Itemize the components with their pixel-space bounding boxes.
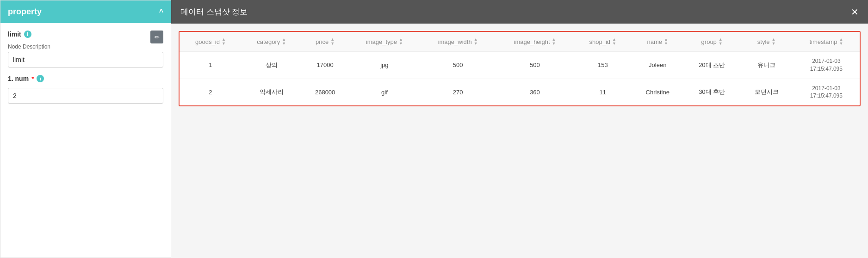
col-label-image_height: image_height	[514, 38, 550, 45]
cell-image_type: jpg	[349, 52, 421, 79]
edit-icon: ✏	[155, 34, 160, 41]
num-info-icon[interactable]: i	[37, 75, 44, 82]
cell-image_height: 500	[496, 52, 574, 79]
cell-shop_id: 153	[574, 52, 632, 79]
limit-section-header: limit i ✏	[8, 31, 163, 43]
table-row: 2악세사리268000gif27036011Christine30대 후반모던시…	[180, 79, 860, 105]
table-header-row: goods_id ▲▼ category ▲▼ price ▲▼ image_t…	[180, 32, 860, 52]
cell-image_height: 360	[496, 79, 574, 105]
num-input[interactable]	[8, 88, 163, 104]
cell-name: Joleen	[632, 52, 684, 79]
cell-goods_id: 2	[180, 79, 242, 105]
col-label-style: style	[757, 38, 770, 45]
node-desc-label: Node Description	[8, 43, 163, 50]
cell-category: 상의	[242, 52, 302, 79]
sort-icon-category: ▲▼	[282, 37, 286, 46]
right-panel: 데이터 스냅샷 정보 ✕ goods_id ▲▼ category ▲▼ pri…	[171, 0, 868, 258]
cell-style: 모던시크	[740, 79, 793, 105]
cell-name: Christine	[632, 79, 684, 105]
col-label-image_width: image_width	[438, 38, 472, 45]
sort-icon-image_height: ▲▼	[552, 37, 556, 46]
edit-icon-button[interactable]: ✏	[150, 31, 163, 43]
cell-timestamp: 2017-01-0317:15:47.095	[793, 52, 860, 79]
col-header-goods_id[interactable]: goods_id ▲▼	[180, 32, 242, 52]
cell-style: 유니크	[740, 52, 793, 79]
num-label: 1. num	[8, 75, 29, 82]
cell-category: 악세사리	[242, 79, 302, 105]
limit-info-icon[interactable]: i	[24, 31, 31, 38]
col-header-image_width[interactable]: image_width ▲▼	[420, 32, 496, 52]
col-header-shop_id[interactable]: shop_id ▲▼	[574, 32, 632, 52]
sort-icon-image_type: ▲▼	[399, 37, 403, 46]
col-header-style[interactable]: style ▲▼	[740, 32, 793, 52]
sort-icon-timestamp: ▲▼	[839, 37, 843, 46]
col-label-group: group	[701, 38, 717, 45]
col-header-timestamp[interactable]: timestamp ▲▼	[793, 32, 860, 52]
limit-section: limit i ✏ Node Description	[8, 31, 163, 68]
cell-timestamp: 2017-01-0317:15:47.095	[793, 79, 860, 105]
cell-image_width: 500	[420, 52, 496, 79]
cell-image_type: gif	[349, 79, 421, 105]
collapse-chevron[interactable]: ^	[159, 8, 163, 16]
cell-shop_id: 11	[574, 79, 632, 105]
left-panel: property ^ limit i ✏ Node Description 1.…	[0, 0, 171, 258]
col-label-category: category	[257, 38, 280, 45]
table-container: goods_id ▲▼ category ▲▼ price ▲▼ image_t…	[179, 31, 861, 106]
cell-goods_id: 1	[180, 52, 242, 79]
col-label-goods_id: goods_id	[195, 38, 220, 45]
cell-image_width: 270	[420, 79, 496, 105]
limit-title: limit i	[8, 31, 31, 38]
node-desc-input[interactable]	[8, 52, 163, 68]
panel-header: property ^	[0, 0, 171, 23]
required-star: *	[31, 75, 34, 82]
col-header-image_type[interactable]: image_type ▲▼	[349, 32, 421, 52]
col-header-price[interactable]: price ▲▼	[302, 32, 349, 52]
sort-icon-price: ▲▼	[330, 37, 335, 46]
sort-icon-group: ▲▼	[719, 37, 723, 46]
dialog-title: 데이터 스냅샷 정보	[180, 6, 248, 17]
sort-icon-image_width: ▲▼	[474, 37, 478, 46]
col-label-name: name	[647, 38, 663, 45]
cell-price: 268000	[302, 79, 349, 105]
sort-icon-name: ▲▼	[664, 37, 668, 46]
sort-icon-goods_id: ▲▼	[222, 37, 226, 46]
panel-body: limit i ✏ Node Description 1. num * i	[0, 23, 171, 111]
table-row: 1상의17000jpg500500153Joleen20대 초반유니크2017-…	[180, 52, 860, 79]
num-title: 1. num * i	[8, 75, 163, 82]
cell-group: 30대 후반	[684, 79, 740, 105]
cell-group: 20대 초반	[684, 52, 740, 79]
cell-price: 17000	[302, 52, 349, 79]
dialog-header: 데이터 스냅샷 정보 ✕	[171, 0, 868, 24]
sort-icon-style: ▲▼	[772, 37, 776, 46]
limit-label: limit	[8, 31, 21, 38]
col-label-timestamp: timestamp	[809, 38, 837, 45]
data-table: goods_id ▲▼ category ▲▼ price ▲▼ image_t…	[180, 32, 860, 105]
col-label-price: price	[316, 38, 329, 45]
col-header-group[interactable]: group ▲▼	[684, 32, 740, 52]
close-button[interactable]: ✕	[851, 7, 859, 17]
col-label-image_type: image_type	[366, 38, 397, 45]
num-section: 1. num * i	[8, 75, 163, 104]
col-header-name[interactable]: name ▲▼	[632, 32, 684, 52]
sort-icon-shop_id: ▲▼	[612, 37, 616, 46]
col-label-shop_id: shop_id	[589, 38, 611, 45]
panel-title: property	[8, 7, 42, 17]
col-header-image_height[interactable]: image_height ▲▼	[496, 32, 574, 52]
col-header-category[interactable]: category ▲▼	[242, 32, 302, 52]
